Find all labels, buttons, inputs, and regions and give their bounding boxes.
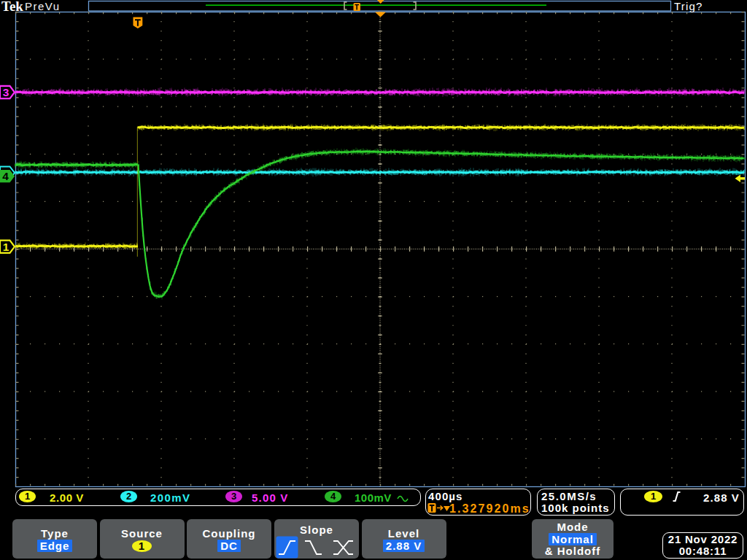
svg-text:3: 3	[3, 86, 9, 98]
svg-text:4: 4	[2, 170, 9, 182]
svg-text:1: 1	[3, 241, 9, 253]
